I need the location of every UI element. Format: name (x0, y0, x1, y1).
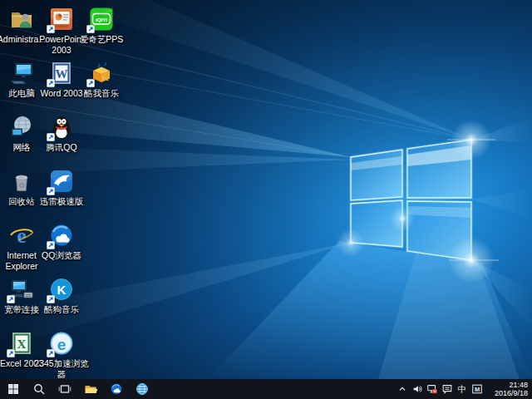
hidden-icons[interactable] (395, 379, 410, 399)
search-button[interactable] (26, 379, 52, 399)
system-tray: 中M (395, 379, 485, 399)
broadband-icon (8, 276, 35, 303)
desktop-icon-label: 爱奇艺PPS (74, 34, 129, 45)
shortcut-arrow-icon (47, 349, 55, 357)
windows-start-icon (7, 382, 20, 396)
shortcut-arrow-icon (47, 25, 55, 33)
desktop-icon-label: 酷我音乐 (74, 88, 129, 99)
file-explorer-icon (84, 382, 97, 396)
ime-chinese-icon: 中 (456, 383, 468, 395)
svg-text:K: K (103, 73, 109, 82)
desktop-icon-label: 腾讯QQ (34, 142, 89, 153)
svg-text:e: e (17, 224, 27, 248)
xunlei-bird-icon (48, 168, 75, 195)
svg-text:iQIYI: iQIYI (96, 17, 107, 22)
network-globe-icon (8, 114, 35, 140)
desktop-icon-internet-explorer[interactable]: eInternet Explorer (2, 222, 42, 272)
ie-icon: e (8, 222, 35, 249)
shortcut-arrow-icon (47, 295, 55, 303)
desktop-icon-2345-browser[interactable]: e2345加速浏览器 (42, 330, 81, 379)
qq-browser-button[interactable] (103, 379, 129, 399)
user-folder-icon (8, 6, 35, 32)
shortcut-arrow-icon (7, 349, 15, 357)
computer-icon (8, 60, 35, 86)
word-icon: W (48, 60, 75, 86)
clock-time: 21:48 (509, 381, 528, 390)
recycle-bin-icon: ♻ (8, 168, 35, 195)
iqiyi-icon: iQIYI (88, 6, 115, 32)
ime-mode[interactable]: M (470, 379, 485, 399)
taskbar-buttons (0, 379, 155, 399)
shortcut-arrow-icon (47, 79, 55, 87)
svg-text:M: M (475, 386, 480, 393)
speaker-icon (411, 383, 423, 395)
kugou-music-icon: K (48, 276, 75, 303)
volume[interactable] (410, 379, 425, 399)
shortcut-arrow-icon (86, 79, 95, 87)
desktop-icon-label: 迅雷极速版 (34, 196, 89, 207)
task-view-icon (58, 382, 71, 396)
svg-text:K: K (57, 283, 66, 297)
shortcut-arrow-icon (47, 187, 55, 195)
network-error-icon (426, 383, 438, 395)
shortcut-arrow-icon (7, 295, 15, 303)
shortcut-arrow-icon (47, 241, 55, 249)
desktop-icon-qq-browser[interactable]: QQ浏览器 (42, 222, 81, 261)
taskbar-clock[interactable]: 21:48 2016/9/18 (485, 379, 532, 399)
ime-m-icon: M (471, 383, 483, 395)
qq-browser-icon (48, 222, 75, 249)
powerpoint-icon (48, 6, 75, 32)
svg-text:e: e (57, 336, 66, 353)
taskbar-empty-area (155, 379, 395, 399)
taskbar: 中M 21:48 2016/9/18 (0, 379, 532, 399)
svg-text:中: 中 (458, 384, 467, 394)
network-status[interactable] (425, 379, 440, 399)
action-center[interactable] (440, 379, 455, 399)
search-icon (32, 382, 46, 396)
shortcut-arrow-icon (47, 133, 55, 141)
svg-text:♪: ♪ (97, 62, 101, 69)
svg-text:♪: ♪ (104, 61, 107, 66)
kuwo-music-icon: K♪♪ (88, 60, 115, 86)
desktop-icon-iqiyi-pps[interactable]: iQIYI爱奇艺PPS (81, 6, 121, 45)
svg-text:W: W (56, 67, 68, 81)
svg-text:♻: ♻ (18, 181, 25, 190)
task-view-button[interactable] (52, 379, 77, 399)
sphere-browser-icon (135, 382, 149, 396)
file-explorer-button[interactable] (77, 379, 103, 399)
svg-text:X: X (17, 337, 27, 351)
chevron-up-icon (397, 383, 408, 395)
qq-browser-icon (110, 382, 123, 396)
desktop-icon-powerpoint-2003[interactable]: PowerPoint 2003 (42, 6, 81, 56)
clock-date: 2016/9/18 (495, 389, 528, 398)
qq-penguin-icon (48, 114, 75, 140)
ime-language[interactable]: 中 (455, 379, 470, 399)
desktop-icons: Administra...PowerPoint 2003iQIYI爱奇艺PPS此… (0, 0, 532, 379)
browser-sphere-button[interactable] (129, 379, 155, 399)
desktop-icon-xunlei[interactable]: 迅雷极速版 (42, 168, 81, 207)
desktop-icon-kuwo-music[interactable]: K♪♪酷我音乐 (81, 60, 121, 99)
excel-icon: X (8, 330, 35, 357)
shortcut-arrow-icon (86, 25, 95, 33)
desktop: Administra...PowerPoint 2003iQIYI爱奇艺PPS此… (0, 0, 532, 379)
start-button[interactable] (0, 379, 26, 399)
desktop-icon-tencent-qq[interactable]: 腾讯QQ (42, 114, 81, 153)
desktop-icon-label: 酷狗音乐 (34, 304, 89, 315)
browser-2345-icon: e (48, 330, 75, 357)
desktop-icon-label: 2345加速浏览器 (34, 358, 89, 379)
desktop-icon-kugou-music[interactable]: K酷狗音乐 (42, 276, 81, 315)
desktop-icon-label: QQ浏览器 (34, 250, 89, 261)
action-center-icon (441, 383, 453, 395)
